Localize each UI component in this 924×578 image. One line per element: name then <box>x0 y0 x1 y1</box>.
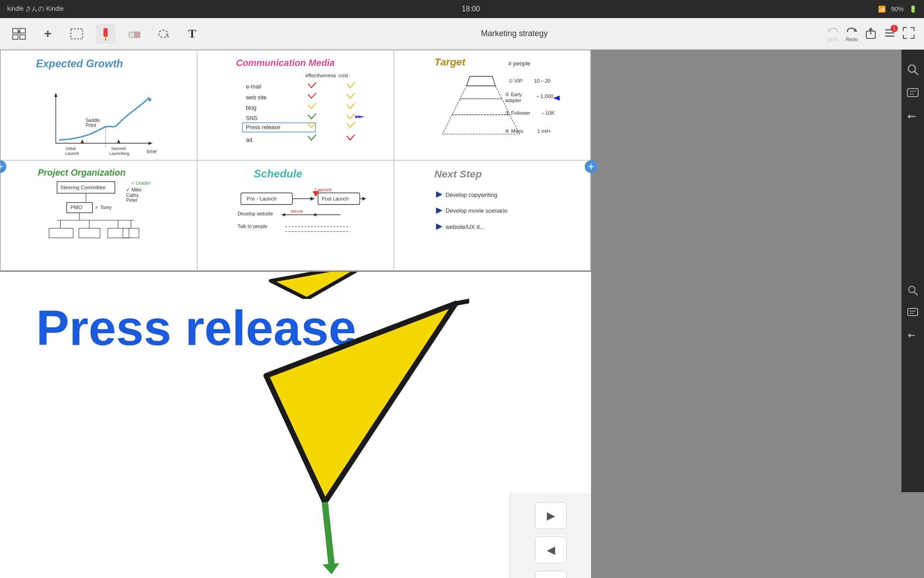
next-step-item3: website/UX d... <box>445 224 485 230</box>
mass-label: ④ Mass <box>505 128 523 134</box>
vip-label: ① VIP <box>508 78 523 84</box>
comm-media-title: Communication Media <box>236 57 335 68</box>
battery-display: 90% <box>891 5 904 13</box>
fullscreen-btn[interactable] <box>902 27 915 41</box>
cost-label: cost <box>338 72 348 78</box>
svg-rect-6 <box>104 28 107 37</box>
nav-enter-btn[interactable]: ↵ <box>535 571 567 578</box>
second-launching-label: Second <box>111 146 125 151</box>
zoom-area: Undo Redo Press release l <box>0 271 591 578</box>
mass-count: 1 mil+ <box>537 128 551 134</box>
canvas-area: Expected Growth time Saddle Point Initia… <box>0 50 924 578</box>
search-lower-btn[interactable] <box>907 284 919 298</box>
svg-rect-2 <box>13 35 18 39</box>
pen-btn[interactable] <box>96 24 116 44</box>
svg-marker-17 <box>869 28 873 30</box>
svg-line-91 <box>456 294 469 303</box>
early-count: ～1,000 <box>536 93 553 99</box>
svg-rect-43 <box>49 228 73 238</box>
svg-marker-36 <box>553 96 559 101</box>
undo-label: Undo <box>827 37 839 42</box>
zoom-content: Press release l <box>0 272 510 578</box>
svg-marker-7 <box>104 37 107 39</box>
early-adapter-label2: adapter <box>505 98 522 103</box>
back-home-btn[interactable] <box>9 24 29 44</box>
next-step-title: Next Step <box>434 168 482 180</box>
time-label: time <box>147 148 157 154</box>
svg-rect-1 <box>20 28 25 33</box>
svg-marker-24 <box>148 142 152 145</box>
peter-label: Peter <box>126 197 138 203</box>
lasso-btn[interactable] <box>153 24 173 44</box>
back-lower-btn[interactable] <box>907 330 919 343</box>
comments-lower-btn[interactable] <box>907 307 919 321</box>
next-step-cell: Next Step Develop copywriting Develop mo… <box>394 160 591 270</box>
email-label: e-mail <box>246 84 261 90</box>
eraser-btn[interactable] <box>125 24 144 44</box>
expected-growth-title: Expected Growth <box>36 58 123 70</box>
search-sidebar-btn[interactable] <box>906 63 919 78</box>
cathy-label: Cathy <box>126 192 139 198</box>
svg-marker-34 <box>452 99 510 115</box>
svg-point-92 <box>909 286 915 293</box>
early-adapter-label: ② Early <box>505 92 522 97</box>
svg-marker-33 <box>460 86 502 98</box>
system-status: 📶 90% 🔋 <box>878 5 917 13</box>
people-header: # people <box>508 60 531 67</box>
pmo-label: PMO <box>70 205 82 210</box>
svg-marker-56 <box>362 197 366 201</box>
svg-marker-32 <box>467 76 495 86</box>
svg-marker-62 <box>436 191 442 198</box>
saddle-point-label2: Point <box>86 123 97 128</box>
follower-count: ～10K <box>541 110 555 116</box>
redo-btn[interactable]: Redo <box>845 26 858 42</box>
pre-launch-label: Pre・Launch <box>247 196 277 201</box>
effectiveness-label: effectiveness <box>305 72 336 78</box>
comments-sidebar-btn[interactable] <box>906 87 919 101</box>
nav-back-btn[interactable]: ◀ <box>535 536 567 564</box>
expected-growth-cell: Expected Growth time Saddle Point Initia… <box>0 50 197 160</box>
svg-rect-49 <box>123 228 139 238</box>
app-title-area: kindle さんの Kindle <box>7 5 64 13</box>
next-step-item1: Develop copywriting <box>446 191 498 198</box>
develop-website-label: Develop website <box>238 211 273 216</box>
svg-line-70 <box>915 71 918 75</box>
zoom-right-handle[interactable] <box>585 160 597 173</box>
schedule-cell: Schedule Launch Pre・Launch Post Launch <box>197 160 394 270</box>
steering-label: Steering Committee <box>60 185 106 190</box>
schedule-title: Schedule <box>254 168 302 180</box>
select-btn[interactable] <box>67 24 87 44</box>
back-sidebar-btn[interactable] <box>906 110 919 125</box>
menu-notification-btn[interactable]: 1 <box>883 27 896 41</box>
system-bar: kindle さんの Kindle 18:00 📶 90% 🔋 <box>0 0 924 18</box>
svg-marker-28 <box>117 140 120 144</box>
svg-rect-3 <box>20 35 25 39</box>
document-title: Marketing strategy <box>211 29 818 38</box>
svg-marker-90 <box>323 563 339 574</box>
svg-point-69 <box>908 65 915 72</box>
sns-label: SNS <box>246 115 258 121</box>
system-time: 18:00 <box>462 5 480 13</box>
right-nav-panel: ▶ ◀ ↵ ⌂ ☰ <box>510 493 591 578</box>
main-toolbar: + T Marketing strategy Undo <box>0 18 924 50</box>
talk-to-people-label: Talk to people <box>238 224 268 229</box>
saddle-point-label: Saddle <box>86 118 100 123</box>
right-sidebar-lower <box>901 271 924 492</box>
svg-marker-98 <box>908 333 910 338</box>
tmovie-label: tMovie <box>291 209 303 214</box>
text-btn[interactable]: T <box>182 24 202 44</box>
svg-rect-71 <box>907 89 918 97</box>
add-btn[interactable]: + <box>38 24 58 44</box>
zoom-checkmark <box>253 285 469 578</box>
share-btn[interactable] <box>864 27 877 41</box>
svg-marker-22 <box>54 93 57 97</box>
nav-forward-btn[interactable]: ▶ <box>535 502 567 529</box>
undo-btn[interactable]: Undo <box>827 26 839 42</box>
svg-marker-27 <box>81 140 84 144</box>
ad-label: ad. <box>246 137 254 143</box>
wifi-icon: 📶 <box>878 5 886 13</box>
svg-rect-45 <box>79 228 100 238</box>
post-launch-label: Post Launch <box>322 196 348 201</box>
website-label: web site <box>245 94 267 101</box>
svg-marker-59 <box>313 213 317 216</box>
